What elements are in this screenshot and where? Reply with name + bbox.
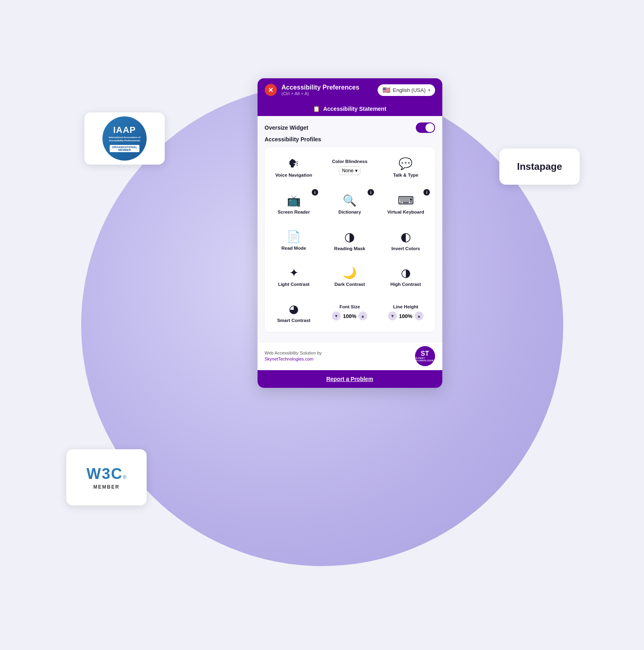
dictionary-item[interactable]: i 🔍 Dictionary <box>322 186 377 222</box>
line-height-value: 100% <box>399 313 413 319</box>
smart-contrast-icon: ◕ <box>289 302 298 316</box>
font-size-increase[interactable]: ▴ <box>358 312 367 320</box>
smart-contrast-item[interactable]: ◕ Smart Contrast <box>266 294 321 330</box>
read-mode-icon: 📄 <box>287 230 301 243</box>
dictionary-label: Dictionary <box>338 210 361 214</box>
high-contrast-icon: ◑ <box>401 266 411 279</box>
invert-colors-icon: ◐ <box>401 230 411 244</box>
iaap-org-label: ORGANIZATIONAL MEMBER <box>110 145 140 152</box>
font-size-item: Font Size ▾ 100% ▴ <box>322 294 377 330</box>
screen-reader-item[interactable]: i 📺 Screen Reader <box>266 186 321 222</box>
virtual-keyboard-label: Virtual Keyboard <box>387 210 424 214</box>
light-contrast-label: Light Contrast <box>278 282 310 287</box>
reading-mask-item[interactable]: ◑ Reading Mask <box>322 222 377 258</box>
feature-grid-section: 🗣 Voice Navigation Color Blindness None … <box>265 147 435 332</box>
high-contrast-label: High Contrast <box>390 282 421 287</box>
skynet-st-label: ST <box>421 350 429 357</box>
panel-footer: Web Accessibility Solution by SkynetTech… <box>258 342 442 370</box>
invert-colors-item[interactable]: ◐ Invert Colors <box>378 222 433 258</box>
voice-navigation-item[interactable]: 🗣 Voice Navigation <box>266 149 321 185</box>
chevron-down-icon: ▾ <box>428 88 430 92</box>
statement-icon: 📋 <box>313 106 320 112</box>
feature-row-4: ✦ Light Contrast 🌙 Dark Contrast ◑ High … <box>266 258 433 294</box>
instapage-text: Instapage <box>517 161 562 172</box>
info-dot-dictionary: i <box>368 189 374 196</box>
read-mode-label: Read Mode <box>281 246 306 251</box>
lang-label: English (USA) <box>393 87 426 93</box>
invert-colors-label: Invert Colors <box>391 246 420 251</box>
reading-mask-label: Reading Mask <box>334 246 365 251</box>
close-button[interactable]: ✕ <box>265 84 277 96</box>
feature-row-3: 📄 Read Mode ◑ Reading Mask ◐ Invert Colo… <box>266 222 433 258</box>
line-height-item: Line Height ▾ 100% ▴ <box>378 294 433 330</box>
font-size-label: Font Size <box>339 304 360 309</box>
read-mode-item[interactable]: 📄 Read Mode <box>266 222 321 258</box>
cb-chevron-icon: ▾ <box>355 168 358 173</box>
skynet-logo: ST SKYNETTECHNOLOGIES <box>415 346 435 366</box>
iaap-badge: IAAP International Association of Access… <box>102 116 147 161</box>
panel-shortcut: (Ctrl + Alt + A) <box>282 91 360 96</box>
skynet-link[interactable]: SkynetTechnologies.com <box>265 357 314 361</box>
w3c-member-label: MEMBER <box>93 484 119 490</box>
iaap-title: IAAP <box>113 125 136 135</box>
screen-reader-icon: 📺 <box>287 194 301 207</box>
talk-type-icon: 💬 <box>399 157 413 170</box>
panel-header-left: ✕ Accessibility Preferences (Ctrl + Alt … <box>265 84 360 96</box>
panel-header: ✕ Accessibility Preferences (Ctrl + Alt … <box>258 78 442 102</box>
font-size-control: ▾ 100% ▴ <box>332 312 367 320</box>
skynet-technologies-label: SKYNETTECHNOLOGIES <box>414 357 436 362</box>
dark-contrast-label: Dark Contrast <box>334 282 365 287</box>
panel-title-wrap: Accessibility Preferences (Ctrl + Alt + … <box>282 84 360 96</box>
iaap-subtitle: International Association of Accessibili… <box>102 135 147 143</box>
info-dot-screen-reader: i <box>312 189 318 196</box>
cb-value: None <box>342 168 354 173</box>
screen-reader-label: Screen Reader <box>278 210 310 214</box>
light-contrast-icon: ✦ <box>289 266 298 279</box>
feature-row-5: ◕ Smart Contrast Font Size ▾ 100% ▴ Line… <box>266 294 433 330</box>
reading-mask-icon: ◑ <box>344 230 355 244</box>
font-size-decrease[interactable]: ▾ <box>332 312 341 320</box>
language-selector[interactable]: 🇺🇸 English (USA) ▾ <box>378 84 435 96</box>
virtual-keyboard-item[interactable]: i ⌨ Virtual Keyboard <box>378 186 433 222</box>
flag-icon: 🇺🇸 <box>382 86 390 94</box>
oversize-widget-label: Oversize Widget <box>265 124 309 131</box>
toggle-knob <box>425 123 434 132</box>
iaap-badge-card: IAAP International Association of Access… <box>84 112 165 165</box>
panel-body: Oversize Widget Accessibility Profiles 🗣… <box>258 116 442 342</box>
info-dot-virtual-keyboard: i <box>423 189 430 196</box>
oversize-widget-toggle[interactable] <box>416 122 435 133</box>
voice-navigation-label: Voice Navigation <box>275 173 312 177</box>
line-height-control: ▾ 100% ▴ <box>388 312 423 320</box>
light-contrast-item[interactable]: ✦ Light Contrast <box>266 258 321 294</box>
report-problem-button[interactable]: Report a Problem <box>258 370 442 388</box>
color-blindness-label: Color Blindness <box>332 159 367 164</box>
footer-text: Web Accessibility Solution by SkynetTech… <box>265 350 322 363</box>
dictionary-icon: 🔍 <box>343 194 357 207</box>
dark-contrast-icon: 🌙 <box>343 266 357 279</box>
virtual-keyboard-icon: ⌨ <box>398 194 414 207</box>
instapage-card: Instapage <box>499 149 580 185</box>
color-blindness-item[interactable]: Color Blindness None ▾ <box>322 149 377 185</box>
voice-navigation-icon: 🗣 <box>288 157 299 170</box>
panel-title: Accessibility Preferences <box>282 84 360 91</box>
font-size-value: 100% <box>342 313 357 319</box>
accessibility-statement-bar[interactable]: 📋 Accessibility Statement <box>258 102 442 116</box>
talk-type-label: Talk & Type <box>393 173 418 177</box>
smart-contrast-label: Smart Contrast <box>277 318 311 323</box>
w3c-badge-card: W 3 C ® MEMBER <box>66 449 147 505</box>
color-blindness-select[interactable]: None ▾ <box>339 166 360 175</box>
feature-row-2: i 📺 Screen Reader i 🔍 Dictionary i ⌨ Vir… <box>266 186 433 222</box>
oversize-widget-row: Oversize Widget <box>265 122 435 133</box>
statement-label: Accessibility Statement <box>323 106 386 112</box>
line-height-increase[interactable]: ▴ <box>415 312 423 320</box>
w3c-logo: W 3 C ® <box>86 465 126 483</box>
line-height-decrease[interactable]: ▾ <box>388 312 397 320</box>
dark-contrast-item[interactable]: 🌙 Dark Contrast <box>322 258 377 294</box>
top-feature-row: 🗣 Voice Navigation Color Blindness None … <box>266 149 433 185</box>
accessibility-panel: ✕ Accessibility Preferences (Ctrl + Alt … <box>258 78 442 388</box>
accessibility-profiles-label: Accessibility Profiles <box>265 136 435 143</box>
high-contrast-item[interactable]: ◑ High Contrast <box>378 258 433 294</box>
line-height-label: Line Height <box>393 304 419 309</box>
talk-type-item[interactable]: 💬 Talk & Type <box>378 149 433 185</box>
